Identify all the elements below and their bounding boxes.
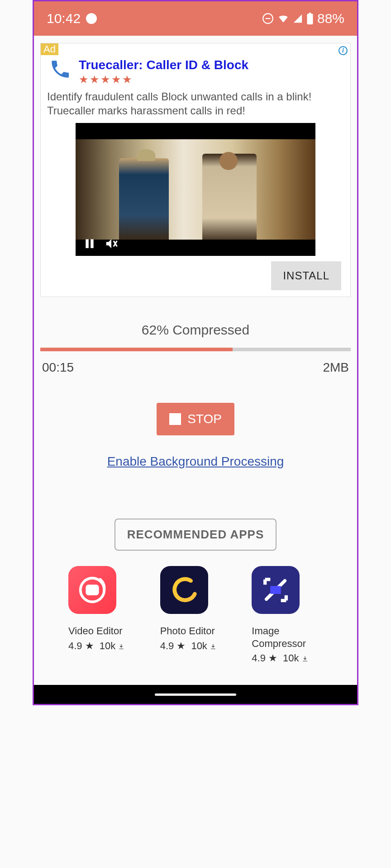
app-name: Photo Editor bbox=[160, 625, 231, 637]
app-tile-photo-editor[interactable]: Photo Editor 4.9 ★ 10k bbox=[160, 566, 231, 664]
battery-percentage: 88% bbox=[317, 11, 344, 26]
progress-label: 62% Compressed bbox=[34, 322, 357, 338]
ad-video[interactable] bbox=[76, 123, 315, 256]
app-stats: 4.9 ★ 10k bbox=[160, 640, 231, 652]
status-time: 10:42 bbox=[47, 11, 81, 26]
stop-label: STOP bbox=[187, 412, 222, 426]
gesture-bar-icon[interactable] bbox=[155, 693, 236, 696]
progress-fill bbox=[40, 348, 233, 351]
svg-rect-4 bbox=[86, 240, 89, 249]
ad-info-icon[interactable]: i bbox=[339, 46, 348, 55]
svg-rect-5 bbox=[91, 240, 94, 249]
recommended-apps-button[interactable]: RECOMMENDED APPS bbox=[114, 519, 277, 551]
app-tile-video-editor[interactable]: Video Editor 4.9 ★ 10k bbox=[68, 566, 139, 664]
ad-video-still bbox=[76, 139, 315, 240]
do-not-disturb-icon bbox=[262, 13, 274, 24]
cell-signal-icon bbox=[293, 14, 303, 24]
ad-rating-stars-icon: ★★★★★ bbox=[79, 73, 248, 86]
elapsed-time: 00:15 bbox=[42, 360, 74, 375]
battery-icon bbox=[306, 13, 314, 24]
install-button[interactable]: INSTALL bbox=[271, 261, 341, 290]
app-name: Image Compressor bbox=[252, 625, 323, 650]
notification-dot-icon bbox=[86, 13, 97, 24]
svg-rect-3 bbox=[309, 13, 311, 14]
pause-icon[interactable] bbox=[84, 237, 95, 252]
ad-card[interactable]: Ad i Truecaller: Caller ID & Block ★★★★★… bbox=[40, 43, 351, 297]
ad-badge: Ad bbox=[41, 43, 58, 55]
svg-rect-7 bbox=[87, 586, 97, 594]
recommended-apps-list: Video Editor 4.9 ★ 10k Photo Editor 4.9 … bbox=[34, 551, 357, 664]
stop-icon bbox=[169, 413, 181, 425]
compression-progress: 62% Compressed 00:15 2MB bbox=[34, 322, 357, 375]
phone-icon bbox=[49, 58, 72, 82]
svg-rect-8 bbox=[271, 586, 281, 594]
app-icon bbox=[68, 566, 116, 614]
app-stats: 4.9 ★ 10k bbox=[252, 652, 323, 664]
stop-button[interactable]: STOP bbox=[157, 403, 234, 435]
progress-bar bbox=[40, 348, 351, 351]
app-icon bbox=[160, 566, 208, 614]
app-stats: 4.9 ★ 10k bbox=[68, 640, 139, 652]
app-icon bbox=[252, 566, 300, 614]
app-tile-image-compressor[interactable]: Image Compressor 4.9 ★ 10k bbox=[252, 566, 323, 664]
output-size: 2MB bbox=[323, 360, 349, 375]
svg-rect-2 bbox=[307, 14, 313, 24]
android-navbar bbox=[34, 685, 357, 704]
android-statusbar: 10:42 88% bbox=[34, 1, 357, 36]
wifi-icon bbox=[277, 13, 289, 24]
ad-title: Truecaller: Caller ID & Block bbox=[79, 58, 248, 72]
mute-icon[interactable] bbox=[104, 237, 119, 252]
enable-background-link[interactable]: Enable Background Processing bbox=[34, 454, 357, 469]
ad-description: Identify fraudulent calls Block unwanted… bbox=[41, 88, 350, 123]
app-name: Video Editor bbox=[68, 625, 139, 637]
